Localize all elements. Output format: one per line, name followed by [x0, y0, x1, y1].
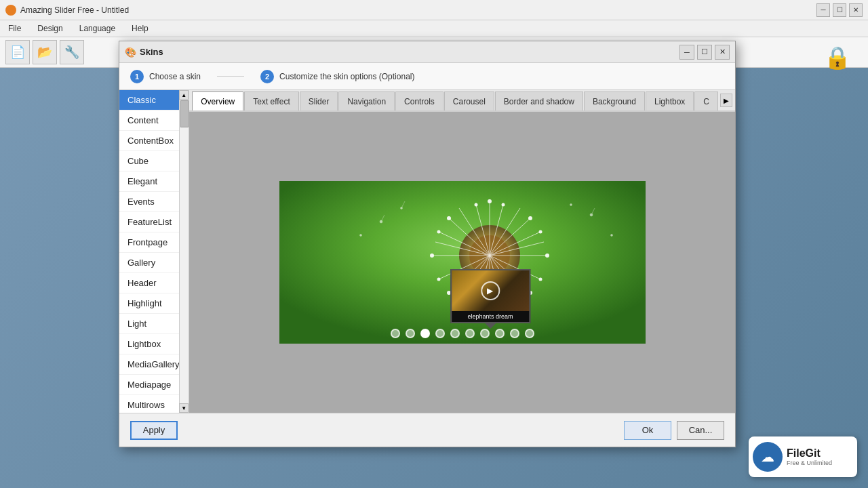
skin-frontpage[interactable]: Frontpage: [119, 232, 189, 253]
footer-right: Ok Can...: [624, 421, 724, 440]
skin-lightbox[interactable]: Lightbox: [119, 334, 189, 354]
open-button[interactable]: 📂: [33, 40, 57, 64]
dot-3[interactable]: [420, 329, 430, 338]
thumbnail-arrow: [484, 322, 497, 329]
skin-list: Classic Content ContentBox Cube Elegant …: [119, 90, 189, 413]
slider-preview: ▶ elephants dream: [279, 181, 646, 344]
dot-2[interactable]: [406, 329, 415, 338]
steps-header: 1 Choose a skin 2 Customize the skin opt…: [119, 63, 735, 90]
skin-highlight[interactable]: Highlight: [119, 293, 189, 314]
svg-point-34: [538, 230, 542, 234]
step-2: 2 Customize the skin options (Optional): [260, 70, 414, 83]
tab-controls[interactable]: Controls: [395, 92, 443, 110]
dialog-close[interactable]: ✕: [715, 45, 730, 60]
filegit-text: FileGit Free & Unlimited: [787, 447, 832, 466]
skin-light[interactable]: Light: [119, 314, 189, 334]
skins-dialog: 🎨 Skins ─ ☐ ✕ 1 Choose a skin: [119, 41, 736, 447]
footer-left: Apply: [130, 421, 178, 440]
tab-text-effect[interactable]: Text effect: [244, 92, 298, 110]
skin-mediapage[interactable]: Mediapage: [119, 375, 189, 395]
cancel-button[interactable]: Can...: [677, 421, 724, 440]
scroll-down-arrow[interactable]: ▼: [179, 403, 189, 413]
skin-elegant[interactable]: Elegant: [119, 171, 189, 192]
dot-10[interactable]: [525, 329, 534, 338]
dot-1[interactable]: [391, 329, 400, 338]
skin-contentbox[interactable]: ContentBox: [119, 131, 189, 151]
minimize-button[interactable]: ─: [816, 3, 830, 17]
preview-area: ▶ elephants dream: [189, 112, 735, 413]
svg-point-31: [430, 253, 434, 258]
thumbnail-title: elephants dream: [452, 311, 529, 322]
slider-dots: [391, 329, 534, 338]
skin-cube[interactable]: Cube: [119, 151, 189, 171]
dialog-content: 1 Choose a skin 2 Customize the skin opt…: [119, 63, 735, 447]
tab-border-shadow[interactable]: Border and shadow: [495, 92, 583, 110]
ok-button[interactable]: Ok: [624, 421, 671, 440]
dot-4[interactable]: [435, 329, 445, 338]
skin-multirows[interactable]: Multirows: [119, 395, 189, 413]
close-button[interactable]: ✕: [849, 3, 863, 17]
scroll-thumb[interactable]: [180, 100, 189, 127]
titlebar-controls: ─ ☐ ✕: [816, 3, 863, 17]
svg-point-45: [610, 235, 612, 237]
skin-content[interactable]: Content: [119, 110, 189, 131]
menu-help[interactable]: Help: [129, 22, 151, 35]
svg-point-27: [545, 253, 549, 258]
tabs-bar: Overview Text effect Slider Navigation C…: [189, 90, 735, 112]
dot-8[interactable]: [495, 329, 505, 338]
dialog-titlebar: 🎨 Skins ─ ☐ ✕: [119, 41, 735, 63]
new-button[interactable]: 📄: [5, 40, 30, 64]
svg-point-32: [447, 216, 451, 220]
menu-language[interactable]: Language: [77, 22, 118, 35]
tab-more[interactable]: C: [694, 92, 718, 110]
scroll-up-arrow[interactable]: ▲: [179, 90, 189, 100]
filegit-logo: ☁ FileGit Free & Unlimited: [749, 436, 857, 477]
dialog-footer: Apply Ok Can...: [119, 413, 735, 447]
svg-point-39: [437, 230, 440, 234]
dialog-minimize[interactable]: ─: [679, 45, 694, 60]
dialog-title: Skins: [140, 47, 679, 57]
thumbnail-popup: ▶ elephants dream: [450, 269, 530, 323]
tab-lightbox[interactable]: Lightbox: [646, 92, 694, 110]
dialog-body: Classic Content ContentBox Cube Elegant …: [119, 90, 735, 413]
tab-navigation[interactable]: Navigation: [338, 92, 395, 110]
dialog-maximize[interactable]: ☐: [697, 45, 712, 60]
menu-design[interactable]: Design: [35, 22, 65, 35]
right-panel: Overview Text effect Slider Navigation C…: [189, 90, 735, 413]
skin-header[interactable]: Header: [119, 273, 189, 293]
step-1: 1 Choose a skin: [130, 70, 201, 83]
step-1-label: Choose a skin: [149, 72, 201, 81]
play-button[interactable]: ▶: [481, 281, 500, 300]
svg-point-38: [437, 278, 440, 281]
thumbnail-image: ▶: [452, 270, 529, 311]
menu-file[interactable]: File: [5, 22, 24, 35]
skin-events[interactable]: Events: [119, 192, 189, 212]
skin-classic[interactable]: Classic: [119, 90, 189, 110]
dot-7[interactable]: [480, 329, 490, 338]
svg-point-43: [359, 235, 361, 237]
app-background: Amazing Slider Free - Untitled ─ ☐ ✕ Fil…: [0, 0, 868, 488]
dialog-controls: ─ ☐ ✕: [679, 45, 730, 60]
action-button[interactable]: 🔧: [60, 40, 84, 64]
dot-9[interactable]: [510, 329, 519, 338]
app-icon: [5, 5, 16, 16]
apply-button[interactable]: Apply: [130, 421, 178, 440]
dialog-icon: 🎨: [125, 47, 136, 58]
skin-gallery[interactable]: Gallery: [119, 253, 189, 273]
svg-point-40: [474, 203, 477, 207]
tab-overview[interactable]: Overview: [192, 92, 243, 110]
tab-slider[interactable]: Slider: [300, 92, 338, 110]
skin-mediagallery[interactable]: MediaGallery: [119, 354, 189, 375]
tabs-next-button[interactable]: ▶: [720, 94, 732, 107]
tab-background[interactable]: Background: [584, 92, 645, 110]
filegit-icon: ☁: [753, 442, 783, 472]
maximize-button[interactable]: ☐: [833, 3, 846, 17]
filegit-tagline: Free & Unlimited: [787, 460, 832, 466]
skin-featurelist[interactable]: FeatureList: [119, 212, 189, 232]
svg-point-25: [488, 199, 492, 203]
dot-5[interactable]: [450, 329, 460, 338]
tab-carousel[interactable]: Carousel: [444, 92, 494, 110]
dot-6[interactable]: [465, 329, 475, 338]
svg-point-26: [528, 216, 532, 220]
svg-point-35: [538, 278, 542, 281]
